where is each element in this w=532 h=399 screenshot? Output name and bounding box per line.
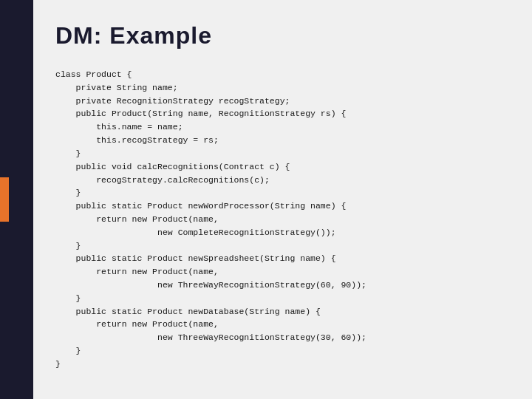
code-block: class Product { private String name; pri…: [55, 68, 510, 371]
orange-accent-bar: [0, 177, 9, 222]
slide: DM: Example class Product { private Stri…: [0, 0, 532, 399]
slide-title: DM: Example: [55, 22, 510, 50]
slide-content: DM: Example class Product { private Stri…: [33, 0, 532, 399]
